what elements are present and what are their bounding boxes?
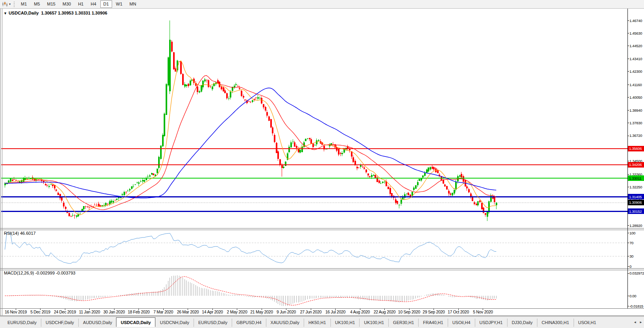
- svg-text:1.46740: 1.46740: [629, 18, 642, 23]
- timeframe-button-m5[interactable]: M5: [31, 0, 43, 8]
- svg-text:22 Aug 2020: 22 Aug 2020: [374, 310, 396, 314]
- chart-title: ▼USDCAD,Daily 1.30657 1.30953 1.30331 1.…: [4, 11, 107, 15]
- svg-text:1.30152: 1.30152: [629, 209, 642, 214]
- svg-text:1.37830: 1.37830: [629, 121, 642, 125]
- chart-context-caret[interactable]: ▼: [4, 11, 7, 15]
- svg-text:-0.01815: -0.01815: [629, 304, 643, 308]
- horizontal-level-lines: [1, 149, 627, 211]
- timeframe-button-h1[interactable]: H1: [75, 0, 87, 8]
- timeframe-button-h4[interactable]: H4: [87, 0, 99, 8]
- svg-text:16 Jul 2020: 16 Jul 2020: [325, 310, 345, 314]
- tab-scroll-left-icon[interactable]: ◄: [633, 321, 637, 324]
- tab-scroll-arrows: ◄ ►: [633, 321, 642, 324]
- tab-hk50-h1[interactable]: HK50,H1: [304, 319, 330, 327]
- svg-text:1.41160: 1.41160: [629, 83, 642, 87]
- tab-uk100-h1[interactable]: UK100,H1: [330, 319, 360, 327]
- svg-text:9 Jun 2020: 9 Jun 2020: [277, 310, 296, 314]
- ma-line-ma-slow: [5, 88, 496, 198]
- tab-dj30-daily[interactable]: DJ30,Daily: [507, 319, 537, 327]
- chart-ohlc-values: 1.30657 1.30953 1.30331 1.30906: [41, 11, 107, 15]
- candlestick-series: [4, 20, 497, 221]
- date-axis: 16 Nov 20195 Dec 201924 Dec 201911 Jan 2…: [5, 309, 493, 315]
- svg-text:1.32250: 1.32250: [629, 185, 642, 189]
- candlestick-chart-icon: [2, 1, 8, 7]
- macd-panel: [5, 275, 496, 306]
- macd-axis: 0.0329720.00-0.01815: [627, 271, 644, 308]
- tab-ger30-h1[interactable]: GER30,H1: [388, 319, 418, 327]
- svg-text:27 Jun 2020: 27 Jun 2020: [300, 310, 322, 314]
- svg-text:0.032972: 0.032972: [629, 271, 644, 275]
- svg-text:2 May 2020: 2 May 2020: [227, 310, 247, 314]
- tab-eurusd-daily[interactable]: EURUSD,Daily: [3, 319, 41, 327]
- svg-text:1.42300: 1.42300: [629, 69, 642, 74]
- svg-text:0.00: 0.00: [629, 294, 636, 298]
- tab-eurusd-daily[interactable]: EURUSD,Daily: [194, 319, 232, 327]
- svg-text:1.34206: 1.34206: [629, 162, 642, 167]
- svg-text:21 May 2020: 21 May 2020: [250, 310, 273, 314]
- tab-gbpusd-h4[interactable]: GBPUSD,H4: [232, 319, 266, 327]
- rsi-indicator-label: RSI(14) 46.6017: [4, 231, 36, 236]
- timeframe-button-mn[interactable]: MN: [126, 0, 139, 8]
- svg-text:7 Mar 2020: 7 Mar 2020: [153, 310, 173, 314]
- timeframe-button-w1[interactable]: W1: [113, 0, 126, 8]
- svg-text:24 Dec 2019: 24 Dec 2019: [54, 310, 76, 314]
- svg-text:1.45630: 1.45630: [629, 31, 642, 35]
- tab-usoil-h1[interactable]: USOil,H1: [574, 319, 601, 327]
- chart-canvas[interactable]: 1.467401.456301.445201.434101.423001.411…: [0, 0, 644, 328]
- timeframe-buttons: M1M5M15M30H1H4D1W1MN: [17, 0, 140, 8]
- svg-text:1.43410: 1.43410: [629, 57, 642, 61]
- svg-text:1.40050: 1.40050: [629, 95, 642, 100]
- svg-text:14 Apr 2020: 14 Apr 2020: [202, 310, 223, 314]
- chart-symbol-period: USDCAD,Daily: [9, 11, 39, 15]
- chart-tabs: EURUSD,DailyUSDCHF,DailyAUDUSD,DailyUSDC…: [0, 317, 644, 327]
- tab-uk100-h1[interactable]: UK100,H1: [359, 319, 388, 327]
- tab-china300-h1[interactable]: CHINA300,H1: [537, 319, 574, 327]
- svg-text:26 Mar 2020: 26 Mar 2020: [177, 310, 199, 314]
- tab-usdcnh-daily[interactable]: USDCNH,Daily: [155, 319, 194, 327]
- svg-text:1.28920: 1.28920: [629, 223, 642, 228]
- svg-text:10 Sep 2020: 10 Sep 2020: [398, 310, 421, 314]
- svg-text:30 Jan 2020: 30 Jan 2020: [103, 310, 125, 314]
- svg-text:1.38940: 1.38940: [629, 108, 642, 112]
- timeframe-button-m30[interactable]: M30: [59, 0, 74, 8]
- svg-text:1.33011: 1.33011: [629, 176, 642, 181]
- svg-text:16 Nov 2019: 16 Nov 2019: [5, 310, 27, 314]
- timeframe-button-m1[interactable]: M1: [18, 0, 30, 8]
- tab-fra40-h1[interactable]: FRA40,H1: [418, 319, 447, 327]
- panel-frames: [0, 8, 644, 316]
- svg-text:1.31405: 1.31405: [629, 195, 642, 199]
- tab-usoil-h4[interactable]: USOil,H4: [448, 319, 475, 327]
- tab-usdchf-daily[interactable]: USDCHF,Daily: [41, 319, 78, 327]
- svg-text:0: 0: [629, 264, 631, 269]
- svg-text:100: 100: [629, 231, 635, 235]
- svg-text:1.30906: 1.30906: [629, 200, 642, 205]
- timeframe-button-d1[interactable]: D1: [100, 0, 112, 8]
- tab-audusd-daily[interactable]: AUDUSD,Daily: [78, 319, 116, 327]
- rsi-panel: [1, 233, 627, 264]
- svg-text:11 Jan 2020: 11 Jan 2020: [79, 310, 100, 314]
- price-level-badges: 1.356061.342061.330111.314051.301521.309…: [628, 146, 644, 214]
- svg-text:29 Sep 2020: 29 Sep 2020: [423, 310, 445, 314]
- chevron-down-icon: ▾: [9, 2, 11, 6]
- tab-xauusd-daily[interactable]: XAUUSD,Daily: [266, 319, 304, 327]
- toolbar-grip[interactable]: [14, 2, 15, 7]
- macd-indicator-label: MACD(12,26,9) -0.002999 -0.003793: [4, 271, 76, 275]
- ma-line-ma-mid: [5, 76, 496, 210]
- svg-text:18 Feb 2020: 18 Feb 2020: [128, 310, 150, 314]
- tab-usdjpy-h1[interactable]: USDJPY,H1: [475, 319, 507, 327]
- svg-text:70: 70: [629, 241, 633, 245]
- timeframe-button-m15[interactable]: M15: [44, 0, 59, 8]
- top-toolbar: ▾ M1M5M15M30H1H4D1W1MN: [0, 0, 644, 9]
- tab-usdcad-daily[interactable]: USDCAD,Daily: [116, 317, 155, 327]
- svg-text:30: 30: [629, 254, 633, 258]
- chart-tab-bar: EURUSD,DailyUSDCHF,DailyAUDUSD,DailyUSDC…: [0, 316, 644, 328]
- svg-text:1.36720: 1.36720: [629, 133, 642, 138]
- svg-text:1.35606: 1.35606: [629, 146, 642, 151]
- rsi-axis: 10070300: [627, 231, 635, 269]
- tab-scroll-right-icon[interactable]: ►: [639, 321, 642, 324]
- svg-text:5 Dec 2019: 5 Dec 2019: [30, 310, 50, 314]
- svg-text:1.44520: 1.44520: [629, 44, 642, 48]
- svg-text:17 Oct 2020: 17 Oct 2020: [448, 310, 469, 314]
- chart-type-button[interactable]: ▾: [0, 1, 12, 7]
- svg-text:4 Aug 2020: 4 Aug 2020: [350, 310, 370, 314]
